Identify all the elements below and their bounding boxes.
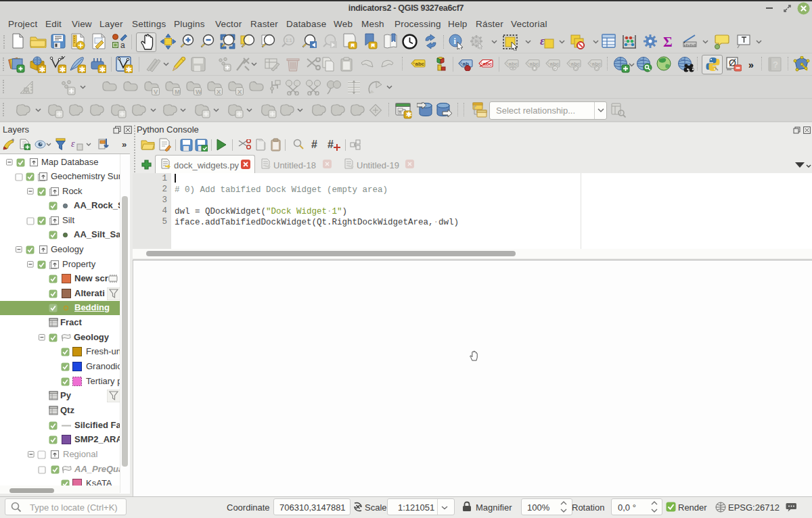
svg-text:a: a xyxy=(120,41,125,49)
svg-text:✱: ✱ xyxy=(79,65,86,74)
svg-text:ε: ε xyxy=(71,139,75,149)
svg-text:V: V xyxy=(154,88,158,95)
svg-text:✱: ✱ xyxy=(126,65,133,74)
svg-text:X: X xyxy=(238,88,242,95)
svg-text:✱: ✱ xyxy=(39,65,46,74)
svg-text:✱: ✱ xyxy=(60,65,66,74)
svg-text:1:1: 1:1 xyxy=(286,38,292,43)
svg-text:abc: abc xyxy=(509,61,518,67)
svg-text:?: ? xyxy=(773,60,778,70)
svg-text:W: W xyxy=(196,88,202,95)
svg-text:M: M xyxy=(175,88,180,95)
svg-text:ε: ε xyxy=(540,34,545,47)
svg-text:X: X xyxy=(217,88,221,95)
svg-text:abc: abc xyxy=(415,61,425,67)
svg-text:✱: ✱ xyxy=(99,65,106,74)
svg-text:✱: ✱ xyxy=(406,110,412,118)
